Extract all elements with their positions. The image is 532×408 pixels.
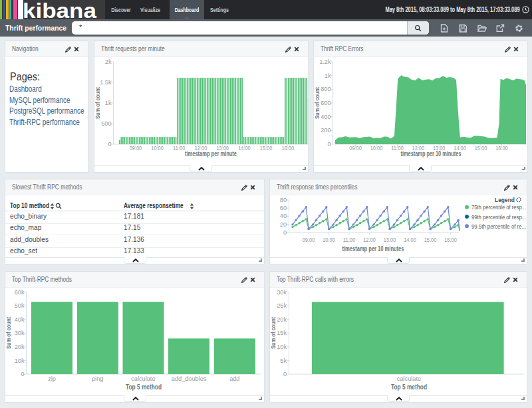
svg-text:add_doubles: add_doubles [172, 375, 207, 382]
svg-text:10k: 10k [15, 357, 25, 364]
svg-text:50k: 50k [15, 302, 25, 309]
svg-text:0: 0 [283, 371, 287, 377]
svg-text:20k: 20k [277, 316, 287, 323]
svg-text:Top 5 method: Top 5 method [126, 383, 162, 391]
svg-text:10k: 10k [277, 344, 287, 350]
svg-text:20: 20 [280, 221, 287, 228]
svg-text:12:00: 12:00 [363, 237, 376, 243]
svg-text:10:00: 10:00 [323, 237, 335, 243]
svg-text:1.5k: 1.5k [100, 79, 112, 86]
svg-text:Legend: Legend [495, 196, 515, 203]
svg-text:13:00: 13:00 [384, 237, 396, 243]
svg-text:80: 80 [280, 197, 287, 203]
svg-text:add: add [229, 375, 239, 382]
svg-text:Sum of count: Sum of count [270, 316, 277, 349]
svg-text:timestamp per minute: timestamp per minute [185, 150, 237, 157]
svg-text:25k: 25k [277, 302, 287, 309]
svg-text:30k: 30k [15, 330, 25, 336]
svg-text:09:00: 09:00 [303, 237, 315, 243]
svg-text:15:00: 15:00 [424, 237, 437, 243]
svg-text:0: 0 [327, 141, 331, 148]
svg-text:75th percentile of resp...: 75th percentile of resp... [471, 203, 526, 211]
svg-text:30k: 30k [277, 289, 287, 296]
svg-text:600: 600 [321, 100, 331, 106]
svg-text:16:00: 16:00 [444, 237, 457, 243]
svg-text:200: 200 [321, 127, 331, 134]
svg-text:60: 60 [280, 205, 287, 211]
svg-text:99.5th percentile of re...: 99.5th percentile of re... [471, 223, 526, 230]
svg-text:0: 0 [21, 371, 24, 377]
svg-text:Sum of count: Sum of count [5, 316, 12, 349]
svg-text:1k: 1k [325, 72, 331, 79]
svg-text:400: 400 [321, 114, 331, 120]
svg-text:Sum of count: Sum of count [94, 86, 101, 119]
svg-text:5k: 5k [280, 357, 287, 364]
svg-text:0: 0 [108, 141, 111, 148]
svg-text:ping: ping [92, 375, 103, 382]
svg-text:99th percentile of resp...: 99th percentile of resp... [471, 213, 526, 221]
svg-text:800: 800 [321, 86, 331, 92]
svg-text:15k: 15k [277, 330, 287, 336]
svg-text:timestamp per 10 minutes: timestamp per 10 minutes [401, 150, 462, 157]
svg-text:1k: 1k [104, 100, 111, 106]
svg-text:1.2k: 1.2k [319, 58, 331, 65]
svg-text:40k: 40k [15, 316, 25, 323]
svg-text:calculate: calculate [131, 375, 155, 382]
svg-text:timestamp per 10 minutes: timestamp per 10 minutes [342, 245, 404, 253]
svg-text:40: 40 [280, 213, 287, 219]
svg-text:2k: 2k [104, 58, 111, 65]
svg-text:14:00: 14:00 [404, 237, 416, 243]
svg-text:calculate: calculate [397, 375, 421, 382]
svg-text:11:00: 11:00 [343, 237, 356, 243]
svg-text:Top 5 method: Top 5 method [391, 383, 427, 391]
svg-text:60k: 60k [15, 289, 25, 296]
svg-text:500: 500 [101, 120, 111, 127]
svg-text:20k: 20k [15, 344, 25, 350]
svg-text:0: 0 [283, 229, 287, 236]
svg-text:Sum of count: Sum of count [314, 86, 321, 119]
svg-text:zip: zip [48, 375, 56, 382]
